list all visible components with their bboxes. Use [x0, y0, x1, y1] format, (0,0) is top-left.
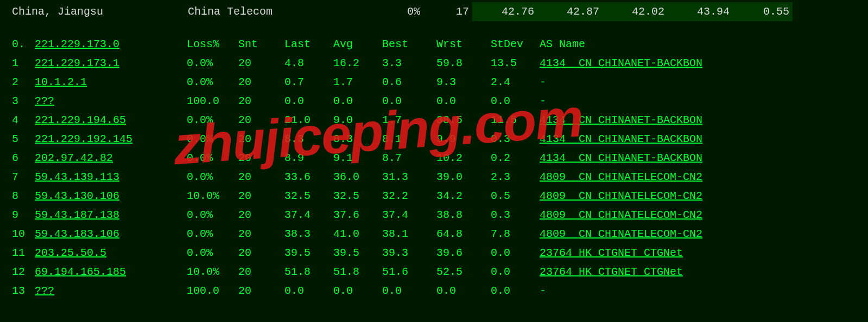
hop-row: 1269.194.165.18510.0%2051.851.851.652.50…	[0, 262, 868, 281]
host-cell: 59.43.187.138	[31, 205, 183, 224]
asname-cell: 4134 CN CHINANET-BACKBON	[536, 149, 868, 168]
last-cell: 42.76	[472, 2, 537, 21]
stdev-cell: 2.3	[487, 168, 536, 186]
hdr-host-text: 221.229.173.0	[35, 38, 119, 50]
best-cell: 39.3	[379, 243, 433, 262]
hop-row: 6202.97.42.820.0%208.99.18.710.20.24134 …	[0, 149, 868, 168]
hdr-asname: AS Name	[536, 35, 868, 54]
hdr-last: Last	[281, 35, 330, 54]
snt-cell: 20	[235, 130, 281, 149]
idx-cell: 1	[0, 54, 31, 73]
idx-cell: 12	[0, 262, 31, 281]
asname-cell: 4809 CN CHINATELECOM-CN2	[536, 186, 868, 205]
asname-value: -	[540, 76, 546, 88]
last-cell: 4.8	[281, 54, 330, 73]
asname-cell: -	[536, 92, 868, 111]
host-cell: 221.229.192.145	[31, 130, 183, 149]
snt-cell: 20	[235, 262, 281, 281]
asname-value: 4809 CN CHINATELECOM-CN2	[540, 171, 702, 183]
loss-cell: 0.0%	[183, 243, 235, 262]
avg-cell: 37.6	[330, 205, 379, 224]
asname-value: -	[540, 285, 546, 297]
hdr-host: 221.229.173.0	[31, 35, 183, 54]
idx-cell: 6	[0, 149, 31, 168]
avg-cell: 9.1	[330, 149, 379, 168]
best-cell: 3.3	[379, 54, 433, 73]
avg-cell: 0.0	[330, 92, 379, 111]
hop-row: 210.1.2.10.0%200.71.70.69.32.4-	[0, 73, 868, 92]
snt-cell: 20	[235, 92, 281, 111]
avg-cell: 0.0	[330, 281, 379, 300]
idx-cell: 4	[0, 111, 31, 130]
best-cell: 0.6	[379, 73, 433, 92]
hop-row: 959.43.187.1380.0%2037.437.637.438.80.34…	[0, 205, 868, 224]
loss-cell: 0.0%	[183, 111, 235, 130]
loss-cell: 100.0	[183, 281, 235, 300]
last-cell: 33.6	[281, 168, 330, 186]
snt-cell: 20	[235, 54, 281, 73]
isp-cell: China Telecom	[185, 2, 347, 21]
hop-row: 4221.229.194.650.0%2021.09.01.738.511.54…	[0, 111, 868, 130]
host-cell: 203.25.50.5	[31, 243, 183, 262]
snt-cell: 20	[235, 224, 281, 243]
idx-cell: 11	[0, 243, 31, 262]
asname-value: 4134 CN CHINANET-BACKBON	[540, 152, 702, 164]
loss-cell: 100.0	[183, 92, 235, 111]
stdev-cell: 0.0	[487, 92, 536, 111]
snt-cell: 20	[235, 73, 281, 92]
last-cell: 21.0	[281, 111, 330, 130]
host-cell: ???	[31, 281, 183, 300]
stdev-cell: 0.0	[487, 243, 536, 262]
mtr-output: China, Jiangsu China Telecom 0% 17 42.76…	[0, 0, 868, 300]
host-cell: 59.43.130.106	[31, 186, 183, 205]
stdev-cell: 13.5	[487, 54, 536, 73]
hop-row: 13???100.0200.00.00.00.00.0-	[0, 281, 868, 300]
host-cell: 202.97.42.82	[31, 149, 183, 168]
snt-cell: 20	[235, 281, 281, 300]
best-cell: 0.0	[379, 92, 433, 111]
wrst-cell: 39.6	[433, 243, 487, 262]
wrst-cell: 0.0	[433, 92, 487, 111]
host-value: 221.229.194.65	[35, 114, 126, 126]
asname-value: 23764 HK CTGNET CTGNet	[540, 247, 683, 259]
stdev-cell: 0.0	[487, 281, 536, 300]
asname-cell: -	[536, 281, 868, 300]
wrst-cell: 64.8	[433, 224, 487, 243]
asname-cell: 4809 CN CHINATELECOM-CN2	[536, 205, 868, 224]
summary-row: China, Jiangsu China Telecom 0% 17 42.76…	[0, 2, 868, 21]
wrst-cell: 34.2	[433, 186, 487, 205]
host-value: 69.194.165.185	[35, 266, 126, 278]
best-cell: 38.1	[379, 224, 433, 243]
avg-cell: 42.87	[537, 2, 603, 21]
host-cell: 59.43.183.106	[31, 224, 183, 243]
host-value: 59.43.130.106	[35, 190, 119, 202]
host-value: 10.1.2.1	[35, 76, 87, 88]
loss-cell: 10.0%	[183, 262, 235, 281]
avg-cell: 9.0	[330, 111, 379, 130]
snt-cell: 20	[235, 149, 281, 168]
hdr-avg: Avg	[330, 35, 379, 54]
best-cell: 1.7	[379, 111, 433, 130]
host-value: 203.25.50.5	[35, 247, 106, 259]
hdr-idx: 0.	[0, 35, 31, 54]
snt-cell: 20	[235, 111, 281, 130]
hdr-snt: Snt	[235, 35, 281, 54]
loss-cell: 0.0%	[183, 205, 235, 224]
best-cell: 32.2	[379, 186, 433, 205]
hop-row: 1221.229.173.10.0%204.816.23.359.813.541…	[0, 54, 868, 73]
host-cell: 221.229.173.1	[31, 54, 183, 73]
asname-cell: 4134 CN CHINANET-BACKBON	[536, 54, 868, 73]
idx-cell: 2	[0, 73, 31, 92]
hdr-stdev: StDev	[487, 35, 536, 54]
avg-cell: 16.2	[330, 54, 379, 73]
stdev-cell: 0.55	[733, 2, 793, 21]
stdev-cell: 7.8	[487, 224, 536, 243]
host-value: 221.229.192.145	[35, 133, 132, 145]
last-cell: 51.8	[281, 262, 330, 281]
best-cell: 8.1	[379, 130, 433, 149]
asname-value: 4809 CN CHINATELECOM-CN2	[540, 228, 702, 240]
last-cell: 37.4	[281, 205, 330, 224]
loss-cell: 0%	[347, 2, 423, 21]
stdev-cell: 0.2	[487, 149, 536, 168]
asname-value: 4809 CN CHINATELECOM-CN2	[540, 190, 702, 202]
